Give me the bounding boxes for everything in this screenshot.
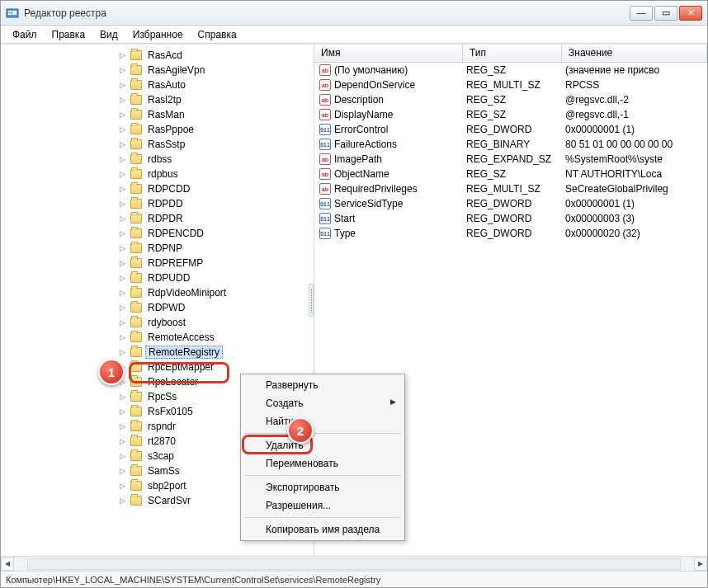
expander-icon[interactable]: ▷ bbox=[118, 482, 127, 491]
value-row[interactable]: abImagePathREG_EXPAND_SZ%SystemRoot%\sys… bbox=[314, 152, 707, 167]
expander-icon[interactable]: ▷ bbox=[118, 437, 127, 446]
tree-node-label[interactable]: rdpbus bbox=[145, 168, 181, 180]
tree-node-label[interactable]: RasSstp bbox=[145, 139, 187, 150]
scroll-left-icon[interactable]: ◀ bbox=[1, 557, 14, 571]
tree-node-label[interactable]: RDPREFMP bbox=[145, 257, 205, 269]
ctx-rename[interactable]: Переименовать bbox=[243, 454, 403, 473]
expander-icon[interactable]: ▷ bbox=[118, 496, 127, 506]
tree-node-label[interactable]: rdyboost bbox=[145, 317, 188, 328]
close-button[interactable]: ✕ bbox=[679, 6, 702, 21]
tree-node-label[interactable]: RDPWD bbox=[145, 302, 187, 313]
tree-node[interactable]: ▷RpcEptMapper bbox=[116, 360, 314, 374]
expander-icon[interactable]: ▷ bbox=[118, 81, 127, 90]
menu-edit[interactable]: Правка bbox=[45, 27, 92, 42]
tree-node-label[interactable]: RemoteAccess bbox=[145, 332, 217, 343]
expander-icon[interactable]: ▷ bbox=[118, 66, 127, 75]
tree-node-label[interactable]: RpcLocator bbox=[145, 376, 201, 388]
tree-node[interactable]: ▷RDPENCDD bbox=[116, 226, 314, 241]
expander-icon[interactable]: ▷ bbox=[118, 96, 127, 105]
maximize-button[interactable]: ▭ bbox=[654, 6, 677, 21]
tree-node[interactable]: ▷rdbss bbox=[116, 152, 314, 167]
tree-node[interactable]: ▷RDPUDD bbox=[116, 270, 314, 285]
tree-node[interactable]: ▷RasAuto bbox=[116, 78, 314, 92]
tree-node[interactable]: ▷RasSstp bbox=[116, 137, 314, 152]
expander-icon[interactable]: ▷ bbox=[118, 333, 127, 342]
value-row[interactable]: 011TypeREG_DWORD0x00000020 (32) bbox=[314, 226, 707, 241]
tree-node[interactable]: ▷RDPDD bbox=[116, 196, 314, 211]
ctx-export[interactable]: Экспортировать bbox=[243, 478, 403, 496]
tree-node[interactable]: ▷rdpbus bbox=[116, 167, 314, 181]
value-row[interactable]: abDependOnServiceREG_MULTI_SZRPCSS bbox=[314, 78, 707, 92]
splitter-handle[interactable] bbox=[309, 284, 314, 317]
scroll-right-icon[interactable]: ▶ bbox=[694, 557, 707, 571]
column-type[interactable]: Тип bbox=[463, 45, 562, 62]
tree-node-label[interactable]: RDPENCDD bbox=[145, 228, 206, 239]
ctx-permissions[interactable]: Разрешения... bbox=[243, 496, 403, 515]
tree-node-label[interactable]: SamSs bbox=[145, 465, 182, 477]
value-name-cell[interactable]: 011ServiceSidType bbox=[314, 198, 463, 209]
scroll-track[interactable] bbox=[27, 558, 681, 570]
tree-node-label[interactable]: RasAcd bbox=[145, 49, 185, 61]
expander-icon[interactable]: ▷ bbox=[118, 274, 127, 283]
expander-icon[interactable]: ▷ bbox=[118, 200, 127, 209]
expander-icon[interactable]: ▷ bbox=[118, 407, 127, 416]
tree-node[interactable]: ▷RDPWD bbox=[116, 300, 314, 315]
value-row[interactable]: abRequiredPrivilegesREG_MULTI_SZSeCreate… bbox=[314, 181, 707, 196]
expander-icon[interactable]: ▷ bbox=[118, 259, 127, 268]
tree-node-label[interactable]: RpcSs bbox=[145, 391, 179, 402]
tree-node-label[interactable]: RasPppoe bbox=[145, 124, 196, 135]
tree-node[interactable]: ▷Rasl2tp bbox=[116, 92, 314, 107]
tree-node[interactable]: ▷RDPCDD bbox=[116, 181, 314, 196]
expander-icon[interactable]: ▷ bbox=[118, 51, 127, 60]
tree-node[interactable]: ▷RasMan bbox=[116, 107, 314, 122]
ctx-copy-key-name[interactable]: Копировать имя раздела bbox=[243, 520, 403, 539]
value-name-cell[interactable]: abDisplayName bbox=[314, 109, 463, 120]
tree-node-label[interactable]: RDPDD bbox=[145, 198, 186, 209]
ctx-delete[interactable]: Удалить bbox=[243, 436, 403, 454]
value-row[interactable]: abDescriptionREG_SZ@regsvc.dll,-2 bbox=[314, 92, 707, 107]
value-name-cell[interactable]: abDependOnService bbox=[314, 79, 463, 91]
expander-icon[interactable]: ▷ bbox=[118, 140, 127, 149]
tree-node-label[interactable]: RdpVideoMiniport bbox=[145, 287, 229, 299]
tree-node-label[interactable]: RsFx0105 bbox=[145, 406, 196, 417]
tree-node-label[interactable]: RasAuto bbox=[145, 79, 188, 91]
expander-icon[interactable]: ▷ bbox=[118, 348, 127, 357]
ctx-expand[interactable]: Развернуть bbox=[243, 376, 403, 394]
tree-node[interactable]: ▷RasAgileVpn bbox=[116, 63, 314, 78]
expander-icon[interactable]: ▷ bbox=[118, 111, 127, 120]
tree-node[interactable]: ▷rdyboost bbox=[116, 315, 314, 330]
tree-node[interactable]: ▷RasPppoe bbox=[116, 122, 314, 137]
list-header[interactable]: Имя Тип Значение bbox=[314, 45, 707, 63]
value-name-cell[interactable]: 011Type bbox=[314, 228, 463, 239]
expander-icon[interactable]: ▷ bbox=[118, 452, 127, 461]
expander-icon[interactable]: ▷ bbox=[118, 289, 127, 298]
ctx-find[interactable]: Найти... bbox=[243, 412, 403, 430]
menu-view[interactable]: Вид bbox=[93, 27, 125, 42]
value-row[interactable]: 011ServiceSidTypeREG_DWORD0x00000001 (1) bbox=[314, 196, 707, 211]
tree-node-label[interactable]: rt2870 bbox=[145, 435, 178, 447]
value-row[interactable]: 011FailureActionsREG_BINARY80 51 01 00 0… bbox=[314, 137, 707, 152]
expander-icon[interactable]: ▷ bbox=[118, 170, 127, 179]
tree-node[interactable]: ▷RemoteAccess bbox=[116, 330, 314, 345]
tree-node-label[interactable]: rspndr bbox=[145, 421, 178, 432]
column-name[interactable]: Имя bbox=[314, 45, 463, 62]
ctx-create[interactable]: Создать bbox=[243, 394, 403, 412]
tree-node-label[interactable]: sbp2port bbox=[145, 480, 189, 492]
menu-help[interactable]: Справка bbox=[191, 27, 243, 42]
menu-file[interactable]: Файл bbox=[6, 27, 44, 42]
tree-node-label[interactable]: RpcEptMapper bbox=[145, 361, 216, 373]
tree-node[interactable]: ▷RemoteRegistry bbox=[116, 345, 314, 360]
menu-favorites[interactable]: Избранное bbox=[126, 27, 190, 42]
expander-icon[interactable]: ▷ bbox=[118, 393, 127, 402]
value-row[interactable]: 011StartREG_DWORD0x00000003 (3) bbox=[314, 211, 707, 226]
value-row[interactable]: abObjectNameREG_SZNT AUTHORITY\Loca bbox=[314, 167, 707, 181]
expander-icon[interactable]: ▷ bbox=[118, 303, 127, 313]
tree-node[interactable]: ▷RasAcd bbox=[116, 48, 314, 63]
tree-node-label[interactable]: RDPNP bbox=[145, 242, 185, 254]
expander-icon[interactable]: ▷ bbox=[118, 244, 127, 253]
expander-icon[interactable]: ▷ bbox=[118, 229, 127, 238]
value-name-cell[interactable]: ab(По умолчанию) bbox=[314, 64, 463, 76]
tree-h-scrollbar[interactable]: ◀ ▶ bbox=[1, 556, 707, 571]
tree-node-label[interactable]: SCardSvr bbox=[145, 495, 193, 506]
tree-node-label[interactable]: s3cap bbox=[145, 450, 177, 462]
